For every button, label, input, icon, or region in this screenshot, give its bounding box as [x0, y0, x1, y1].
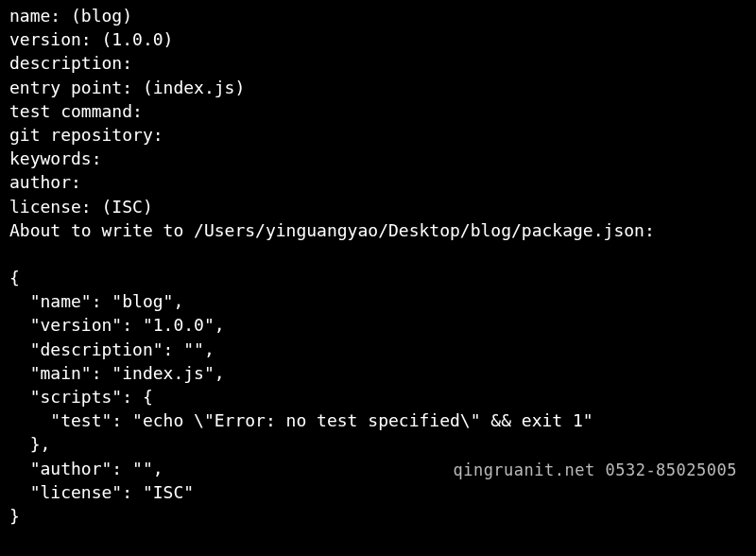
- prompt-license: license: (ISC): [9, 195, 747, 218]
- about-to-write: About to write to /Users/yinguangyao/Des…: [9, 218, 747, 242]
- prompt-description: description:: [9, 51, 747, 75]
- json-scripts-open: "scripts": {: [9, 385, 747, 408]
- json-license: "license": "ISC": [9, 480, 747, 504]
- json-open-brace: {: [9, 266, 747, 289]
- prompt-author: author:: [9, 170, 747, 194]
- prompt-test-command: test command:: [9, 99, 747, 123]
- watermark-text: qingruanit.net 0532-85025005: [453, 460, 737, 482]
- blank-line: [9, 242, 747, 266]
- json-test: "test": "echo \"Error: no test specified…: [9, 408, 747, 432]
- json-close-brace: }: [9, 504, 747, 528]
- json-version: "version": "1.0.0",: [9, 313, 747, 337]
- prompt-entry-point: entry point: (index.js): [9, 76, 747, 99]
- json-main: "main": "index.js",: [9, 361, 747, 385]
- json-scripts-close: },: [9, 432, 747, 456]
- prompt-keywords: keywords:: [9, 147, 747, 170]
- prompt-version: version: (1.0.0): [9, 27, 747, 51]
- prompt-name: name: (blog): [9, 4, 747, 27]
- json-name: "name": "blog",: [9, 289, 747, 313]
- prompt-git-repository: git repository:: [9, 123, 747, 147]
- json-description: "description": "",: [9, 338, 747, 361]
